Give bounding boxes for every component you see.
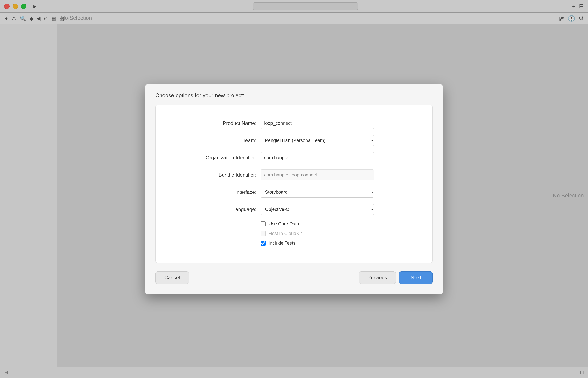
language-row: Language: Objective-C Swift: [172, 204, 416, 215]
host-cloudkit-row: Host in CloudKit: [261, 231, 416, 236]
bundle-identifier-input: [261, 169, 374, 180]
org-identifier-label: Organization Identifier:: [172, 155, 256, 161]
include-tests-label[interactable]: Include Tests: [268, 241, 295, 246]
modal-overlay: Choose options for your new project: Pro…: [0, 0, 588, 378]
use-core-data-checkbox[interactable]: [261, 221, 266, 226]
next-button[interactable]: Next: [399, 271, 433, 284]
team-row: Team: Pengfei Han (Personal Team): [172, 135, 416, 146]
product-name-row: Product Name:: [172, 118, 416, 129]
interface-row: Interface: Storyboard SwiftUI: [172, 187, 416, 198]
modal-footer: Cancel Previous Next: [155, 271, 433, 284]
interface-select[interactable]: Storyboard SwiftUI: [261, 187, 374, 198]
new-project-dialog: Choose options for your new project: Pro…: [145, 84, 443, 294]
host-cloudkit-label: Host in CloudKit: [268, 231, 302, 236]
use-core-data-row: Use Core Data: [261, 221, 416, 227]
modal-content-area: Product Name: Team: Pengfei Han (Persona…: [155, 105, 433, 263]
use-core-data-label[interactable]: Use Core Data: [268, 221, 299, 227]
xcode-window: ▶ + ⊟ ⊞ ⚠ 🔍 ◆ ◀ ⊙ ▦ ▤ ‹ › ▨ 🕐 ⚙ No Sel: [0, 0, 588, 378]
cancel-button[interactable]: Cancel: [155, 271, 189, 284]
org-identifier-input[interactable]: [261, 152, 374, 163]
host-cloudkit-checkbox: [261, 231, 266, 236]
previous-button[interactable]: Previous: [359, 271, 396, 284]
team-select[interactable]: Pengfei Han (Personal Team): [261, 135, 374, 146]
product-name-label: Product Name:: [172, 120, 256, 126]
interface-label: Interface:: [172, 189, 256, 195]
footer-right-buttons: Previous Next: [359, 271, 433, 284]
language-select[interactable]: Objective-C Swift: [261, 204, 374, 215]
org-identifier-row: Organization Identifier:: [172, 152, 416, 163]
include-tests-checkbox[interactable]: [261, 241, 266, 246]
team-label: Team:: [172, 137, 256, 143]
modal-title: Choose options for your new project:: [155, 92, 433, 99]
include-tests-row: Include Tests: [261, 241, 416, 246]
bundle-identifier-row: Bundle Identifier:: [172, 169, 416, 180]
product-name-input[interactable]: [261, 118, 374, 129]
bundle-identifier-label: Bundle Identifier:: [172, 172, 256, 178]
language-label: Language:: [172, 206, 256, 212]
